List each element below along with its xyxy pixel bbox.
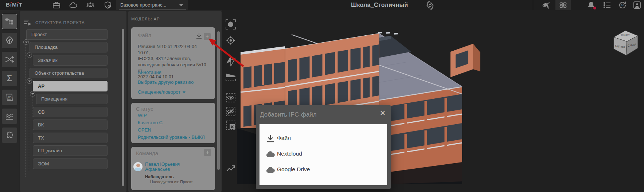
offset-rotate-link[interactable]: Смещение/поворот bbox=[138, 89, 186, 95]
workspace-selector[interactable]: Базовое пространс... bbox=[116, 0, 188, 10]
model-panel-title: МОДЕЛЬ: АР bbox=[131, 17, 160, 21]
tree-item-gp-design[interactable]: ГП_дизайн bbox=[33, 145, 108, 156]
team-member-name[interactable]: Павел Юрьевич Афанасьев bbox=[145, 162, 180, 172]
panel-menu-icon[interactable] bbox=[24, 19, 31, 26]
tool-2d-button[interactable]: 2D bbox=[2, 90, 17, 105]
add-ifc-file-button[interactable]: + bbox=[204, 33, 211, 40]
notification-badge bbox=[593, 7, 596, 9]
tool-shuffle-button[interactable] bbox=[2, 52, 17, 67]
tree-item-customer[interactable]: Заказчик bbox=[33, 55, 108, 66]
team-card-label: Команда bbox=[136, 150, 158, 156]
project-title: Школа_Столичный bbox=[351, 2, 408, 8]
structure-panel-title: СТРУКТУРА ПРОЕКТА bbox=[35, 20, 85, 25]
modal-option-google-drive[interactable]: Google Drive bbox=[259, 164, 387, 177]
measure-tool[interactable] bbox=[225, 71, 236, 83]
modal-body: Файл Nextcloud Google Drive bbox=[259, 124, 387, 185]
tree-guide bbox=[26, 46, 26, 177]
file-card: Файл + Ревизия №10 от 2022-04-04 10:01, … bbox=[131, 27, 215, 99]
tree-item-project[interactable]: Проект bbox=[26, 29, 108, 40]
select-element-tool[interactable] bbox=[225, 19, 236, 30]
tree-expander[interactable] bbox=[27, 78, 32, 84]
bell-icon[interactable] bbox=[587, 1, 596, 9]
briefcase-icon[interactable] bbox=[52, 1, 61, 9]
orbit-mode-button[interactable] bbox=[555, 0, 571, 10]
team-member-role: Наблюдатель bbox=[145, 175, 174, 179]
add-ifc-file-modal: Добавить IFC-файл ✕ Файл Nextcloud Googl… bbox=[256, 105, 391, 189]
tree-item-th[interactable]: ТХ bbox=[33, 133, 108, 143]
chevron-down-icon bbox=[183, 91, 186, 93]
status-parent-level-link[interactable]: Родительский уровень - ВЫКЛ bbox=[138, 134, 205, 140]
structure-panel: СТРУКТУРА ПРОЕКТА Проект Площадка Заказч… bbox=[20, 11, 126, 192]
show-elements-tool[interactable] bbox=[226, 93, 235, 102]
tree-item-vk[interactable]: ВК bbox=[33, 119, 108, 130]
tree-expander[interactable] bbox=[27, 52, 32, 58]
structure-scrollbar[interactable] bbox=[122, 29, 124, 186]
account-icon[interactable] bbox=[633, 1, 641, 9]
add-team-member-button[interactable]: + bbox=[204, 149, 211, 156]
team-icon[interactable] bbox=[86, 1, 95, 9]
section-tool[interactable] bbox=[225, 55, 236, 67]
app-logo[interactable]: BıMıT bbox=[6, 1, 23, 8]
tree-guide bbox=[29, 58, 29, 171]
tool-sum-button[interactable]: Σ bbox=[2, 71, 17, 86]
revision-line: IFC2X3, 4312 элементов, bbox=[138, 56, 211, 62]
status-quality-link[interactable]: Качество С bbox=[138, 120, 163, 125]
hide-elements-tool[interactable] bbox=[226, 107, 235, 116]
tree-item-rooms[interactable]: Помещения bbox=[36, 94, 108, 104]
svg-text:2D: 2D bbox=[7, 95, 11, 99]
file-card-label: Файл bbox=[138, 32, 151, 38]
download-icon[interactable] bbox=[195, 32, 203, 40]
tool-tree-button[interactable] bbox=[2, 33, 17, 48]
sync-count: 10 bbox=[621, 4, 624, 7]
isolate-clear-tool[interactable] bbox=[226, 121, 235, 130]
status-card-label: Статус bbox=[136, 106, 153, 112]
tree-item-site[interactable]: Площадка bbox=[30, 42, 108, 52]
tree-expander[interactable] bbox=[30, 91, 35, 97]
top-bar: BıMıT Базовое пространс... Школа_Столичн… bbox=[0, 0, 644, 10]
tool-structure-button[interactable] bbox=[2, 14, 17, 29]
cloud-icon[interactable] bbox=[69, 1, 78, 9]
cloud-icon bbox=[265, 165, 276, 175]
tree-item-eom[interactable]: ЭОМ bbox=[33, 158, 108, 169]
shield-clock-icon[interactable] bbox=[104, 1, 112, 9]
status-wip-link[interactable]: WIP bbox=[138, 113, 147, 118]
application-window: Сверху Справа Сзади BıMıT Базовое простр… bbox=[0, 0, 644, 192]
choose-revision-link[interactable]: Выбрать другую ревизию bbox=[138, 79, 194, 85]
tree-expander[interactable] bbox=[23, 39, 29, 45]
project-settings-gear-icon[interactable] bbox=[426, 1, 434, 10]
download-icon bbox=[265, 134, 276, 144]
close-icon[interactable]: ✕ bbox=[380, 110, 386, 117]
modal-option-file[interactable]: Файл bbox=[259, 132, 387, 145]
cloud-icon bbox=[265, 149, 276, 160]
model-scrollbar[interactable] bbox=[217, 31, 220, 170]
tool-chart-button[interactable] bbox=[2, 109, 17, 124]
trend-tool[interactable] bbox=[226, 164, 235, 173]
bird-icon[interactable] bbox=[542, 1, 551, 9]
tree-item-ar-selected[interactable]: АР bbox=[33, 81, 108, 91]
tree-item-construction-object[interactable]: Объект строительства bbox=[30, 68, 108, 78]
tree-guide bbox=[32, 97, 32, 117]
sync-history-icon[interactable]: 10 bbox=[618, 1, 627, 9]
avatar[interactable] bbox=[133, 162, 143, 171]
chevron-down-icon bbox=[179, 4, 183, 6]
focus-tool[interactable] bbox=[226, 36, 235, 45]
status-card: Статус WIP Качество С OPEN Родительский … bbox=[131, 103, 215, 143]
status-open-link[interactable]: OPEN bbox=[138, 127, 151, 133]
navigation-cube[interactable]: Сверху Справа Сзади bbox=[611, 28, 641, 58]
modal-title: Добавить IFC-файл bbox=[260, 111, 317, 118]
modal-option-nextcloud[interactable]: Nextcloud bbox=[259, 148, 387, 161]
team-member-inherited: Наследуется из: Проект bbox=[150, 180, 193, 184]
annotation-link[interactable]: Аннотация bbox=[138, 70, 161, 75]
separator bbox=[533, 0, 533, 10]
left-toolbar: Σ 2D bbox=[0, 10, 19, 192]
tool-plugins-button[interactable] bbox=[2, 128, 17, 143]
team-card: Команда + Павел Юрьевич Афанасьев Наблюд… bbox=[131, 147, 215, 190]
model-panel: МОДЕЛЬ: АР Файл + Ревизия №10 от 2022-04… bbox=[128, 11, 222, 192]
orbit-icon bbox=[559, 1, 567, 9]
list-icon[interactable] bbox=[603, 1, 612, 9]
selector-underline bbox=[119, 9, 186, 9]
tree-item-ov[interactable]: ОВ bbox=[33, 107, 108, 117]
revision-line: Ревизия №10 от 2022-04-04 10:01, bbox=[138, 44, 211, 56]
workspace-selector-value: Базовое пространс... bbox=[120, 2, 166, 8]
